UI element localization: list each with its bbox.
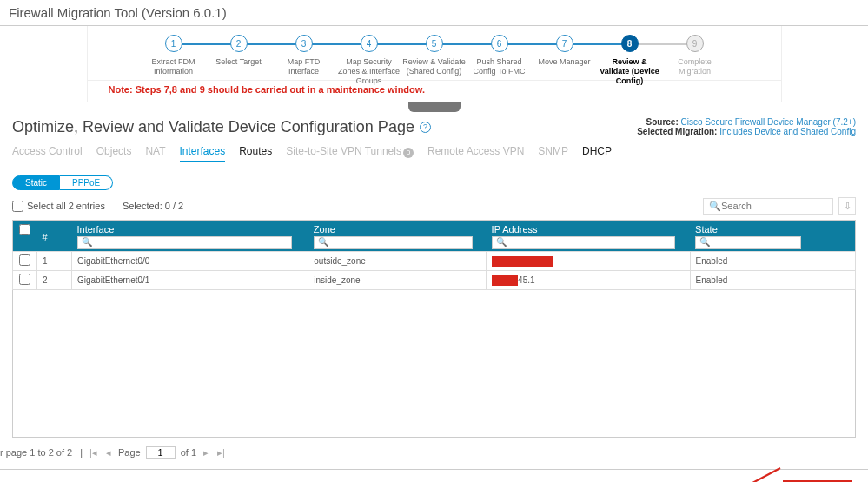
svg-line-0 bbox=[741, 468, 780, 482]
maintenance-note: Note: Steps 7,8 and 9 should be carried … bbox=[87, 81, 782, 102]
col-ip: IP Address🔍 bbox=[487, 221, 690, 252]
table-row[interactable]: 1GigabitEthernet0/0outside_zone.Enabled bbox=[13, 252, 856, 271]
selected-count: Selected: 0 / 2 bbox=[123, 201, 183, 211]
step-9[interactable]: 9Complete Migration bbox=[662, 35, 727, 76]
grid-empty-area bbox=[12, 290, 856, 438]
filter-state[interactable]: 🔍 bbox=[695, 236, 801, 249]
filter-interface[interactable]: 🔍 bbox=[77, 236, 292, 249]
tab-objects: Objects bbox=[96, 145, 132, 162]
download-button[interactable]: ⇩ bbox=[838, 197, 856, 215]
pager-first[interactable]: |◂ bbox=[88, 447, 99, 459]
step-5[interactable]: 5Review & Validate (Shared Config) bbox=[401, 35, 467, 76]
col-zone: Zone🔍 bbox=[308, 221, 487, 252]
tab-remote-access-vpn: Remote Access VPN bbox=[427, 145, 524, 162]
page-title: Optimize, Review and Validate Device Con… bbox=[12, 118, 414, 136]
info-icon[interactable]: ? bbox=[420, 122, 431, 133]
step-6[interactable]: 6Push Shared Config To FMC bbox=[467, 35, 532, 76]
tab-access-control: Access Control bbox=[12, 145, 83, 162]
filter-ip[interactable]: 🔍 bbox=[492, 236, 675, 249]
col-num: # bbox=[37, 221, 72, 252]
table-row[interactable]: 2GigabitEthernet0/1inside_zone.45.1Enabl… bbox=[13, 271, 856, 290]
pager-last[interactable]: ▸| bbox=[215, 447, 227, 459]
tab-snmp: SNMP bbox=[538, 145, 568, 162]
source-link[interactable]: Cisco Secure Firewall Device Manager (7.… bbox=[681, 117, 856, 127]
header-checkbox[interactable] bbox=[19, 224, 30, 235]
col-select bbox=[13, 221, 37, 252]
collapse-handle[interactable] bbox=[408, 102, 461, 112]
pager-prev[interactable]: ◂ bbox=[104, 447, 113, 459]
subtab-pppoe[interactable]: PPPoE bbox=[60, 175, 113, 190]
select-all-checkbox[interactable] bbox=[12, 201, 23, 212]
step-8[interactable]: 8Review & Validate (Device Config) bbox=[597, 35, 662, 76]
tab-nat: NAT bbox=[145, 145, 165, 162]
subtab-static[interactable]: Static bbox=[12, 175, 60, 190]
tab-interfaces[interactable]: Interfaces bbox=[180, 145, 226, 162]
pager-next[interactable]: ▸ bbox=[202, 447, 210, 459]
step-4[interactable]: 4Map Security Zones & Interface Groups bbox=[336, 35, 401, 76]
step-3[interactable]: 3Map FTD Interface bbox=[271, 35, 336, 76]
interfaces-table: # Interface🔍 Zone🔍 IP Address🔍 State🔍 1G… bbox=[12, 220, 856, 290]
main-tabs: Access ControlObjectsNATInterfacesRoutes… bbox=[0, 140, 868, 168]
tab-site-to-site-vpn-tunnels: Site-to-Site VPN Tunnels0 bbox=[286, 145, 414, 162]
row-checkbox[interactable] bbox=[19, 254, 30, 266]
search-box[interactable]: 🔍 bbox=[703, 198, 833, 215]
col-state: State🔍 bbox=[690, 221, 812, 252]
pager: r page 1 to 2 of 2 | |◂ ◂ Page of 1 ▸ ▸| bbox=[0, 443, 868, 470]
meta-info: Source: Cisco Secure Firewall Device Man… bbox=[637, 117, 856, 136]
row-checkbox[interactable] bbox=[19, 274, 30, 285]
step-7[interactable]: 7Move Manager bbox=[532, 35, 597, 76]
select-all-label: Select all 2 entries bbox=[27, 201, 105, 211]
tab-routes[interactable]: Routes bbox=[239, 145, 272, 162]
sub-tabs: StaticPPPoE bbox=[0, 168, 868, 194]
search-input[interactable] bbox=[721, 201, 827, 211]
col-interface: Interface🔍 bbox=[72, 221, 308, 252]
wizard-stepper: 1Extract FDM Information2Select Target3M… bbox=[87, 26, 782, 81]
filter-zone[interactable]: 🔍 bbox=[314, 236, 473, 249]
app-title: Firewall Migration Tool (Version 6.0.1) bbox=[0, 0, 868, 26]
step-2[interactable]: 2Select Target bbox=[206, 35, 271, 76]
migration-link[interactable]: Includes Device and Shared Config bbox=[719, 127, 856, 136]
step-1[interactable]: 1Extract FDM Information bbox=[141, 35, 206, 76]
pager-page-input[interactable] bbox=[146, 446, 176, 459]
tab-dhcp[interactable]: DHCP bbox=[582, 145, 612, 162]
search-icon: 🔍 bbox=[709, 201, 721, 212]
